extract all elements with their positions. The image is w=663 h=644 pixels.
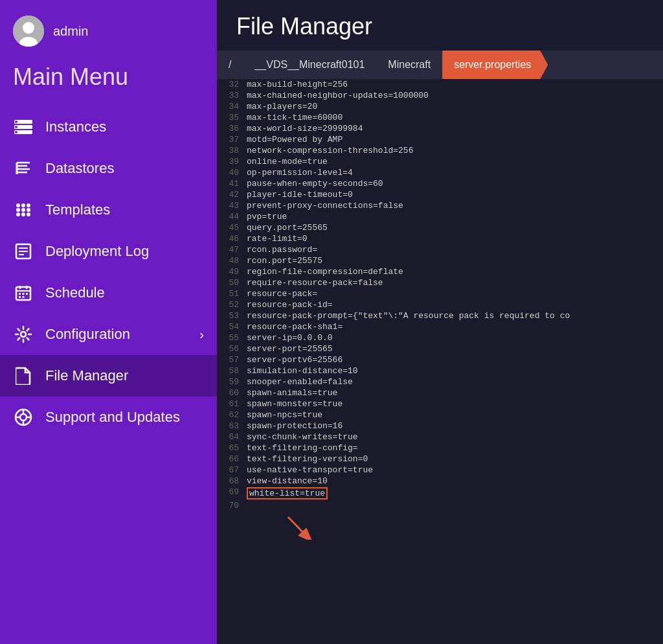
code-line-52: 52resource-pack-id= — [217, 299, 663, 310]
line-number: 63 — [217, 420, 244, 431]
code-line-62: 62spawn-npcs=true — [217, 409, 663, 420]
code-line-54: 54resource-pack-sha1= — [217, 321, 663, 332]
sidebar-item-configuration[interactable]: Configuration › — [0, 314, 217, 355]
line-number: 52 — [217, 299, 244, 310]
avatar — [13, 16, 44, 47]
line-content: server-port=25565 — [244, 343, 663, 354]
line-number: 45 — [217, 222, 244, 233]
breadcrumb-vds[interactable]: __VDS__Minecraft0101 — [243, 51, 376, 79]
line-content: simulation-distance=10 — [244, 365, 663, 376]
code-line-50: 50require-resource-pack=false — [217, 277, 663, 288]
line-content: max-world-size=29999984 — [244, 123, 663, 134]
svg-rect-31 — [19, 293, 21, 295]
line-content: spawn-monsters=true — [244, 398, 663, 409]
line-number: 70 — [217, 500, 244, 511]
line-number: 66 — [217, 454, 244, 465]
code-line-47: 47rcon.password= — [217, 244, 663, 255]
svg-rect-32 — [23, 293, 25, 295]
chevron-right-icon: › — [199, 327, 204, 342]
code-line-51: 51resource-pack= — [217, 288, 663, 299]
svg-rect-34 — [19, 296, 21, 298]
line-number: 36 — [217, 123, 244, 134]
line-content: resource-pack-sha1= — [244, 321, 663, 332]
line-number: 46 — [217, 233, 244, 244]
sidebar-item-instances-label: Instances — [45, 119, 106, 135]
main-content: File Manager / __VDS__Minecraft0101 Mine… — [217, 0, 663, 644]
code-line-45: 45query.port=25565 — [217, 222, 663, 233]
code-lines: 32max-build-height=25633max-chained-neig… — [217, 79, 663, 540]
svg-point-20 — [16, 213, 20, 216]
line-content: resource-pack= — [244, 288, 663, 299]
nav-items: Instances Datastores — [0, 106, 217, 644]
line-content: pvp=true — [244, 211, 663, 222]
line-content: max-tick-time=60000 — [244, 112, 663, 123]
breadcrumb-minecraft[interactable]: Minecraft — [376, 51, 442, 79]
line-number: 55 — [217, 332, 244, 343]
code-line-39: 39online-mode=true — [217, 156, 663, 167]
line-content: prevent-proxy-connections=false — [244, 200, 663, 211]
svg-point-1 — [23, 22, 34, 34]
line-number: 37 — [217, 134, 244, 145]
svg-rect-35 — [23, 296, 25, 298]
code-line-57: 57server-portv6=25566 — [217, 354, 663, 365]
line-content — [244, 500, 663, 501]
sidebar-item-support[interactable]: Support and Updates — [0, 397, 217, 438]
code-line-65: 65text-filtering-config= — [217, 443, 663, 454]
line-number: 39 — [217, 156, 244, 167]
line-content: max-chained-neighbor-updates=1000000 — [244, 90, 663, 101]
line-content: online-mode=true — [244, 156, 663, 167]
sidebar-item-datastores-label: Datastores — [45, 160, 114, 177]
line-content: op-permission-level=4 — [244, 167, 663, 178]
breadcrumb-root[interactable]: / — [217, 51, 243, 79]
line-number: 61 — [217, 398, 244, 409]
file-content[interactable]: 32max-build-height=25633max-chained-neig… — [217, 79, 663, 644]
line-content: spawn-npcs=true — [244, 409, 663, 420]
line-content: text-filtering-config= — [244, 443, 663, 454]
line-number: 57 — [217, 354, 244, 365]
sidebar-item-file-manager-label: File Manager — [45, 367, 128, 384]
line-number: 62 — [217, 409, 244, 420]
configuration-icon — [13, 324, 34, 345]
code-line-32: 32max-build-height=256 — [217, 79, 663, 90]
sidebar-item-schedule[interactable]: Schedule — [0, 272, 217, 314]
line-content: resource-pack-id= — [244, 299, 663, 310]
line-number: 50 — [217, 277, 244, 288]
svg-rect-7 — [15, 126, 17, 128]
line-number: 59 — [217, 376, 244, 387]
sidebar-item-templates-label: Templates — [45, 201, 110, 218]
line-content: rate-limit=0 — [244, 233, 663, 244]
line-content: network-compression-threshold=256 — [244, 145, 663, 156]
code-line-55: 55server-ip=0.0.0.0 — [217, 332, 663, 343]
line-number: 58 — [217, 365, 244, 376]
code-line-60: 60spawn-animals=true — [217, 387, 663, 398]
code-line-42: 42player-idle-timeout=0 — [217, 189, 663, 200]
line-content: region-file-compression=deflate — [244, 266, 663, 277]
code-line-35: 35max-tick-time=60000 — [217, 112, 663, 123]
sidebar-item-datastores[interactable]: Datastores — [0, 148, 217, 189]
datastores-icon — [13, 158, 34, 179]
svg-line-44 — [288, 517, 308, 537]
line-content: rcon.password= — [244, 244, 663, 255]
svg-point-14 — [16, 203, 20, 207]
sidebar-item-deployment-log[interactable]: Deployment Log — [0, 231, 217, 272]
breadcrumb-file[interactable]: server.properties — [442, 51, 548, 79]
sidebar-item-support-label: Support and Updates — [45, 409, 180, 426]
line-number: 49 — [217, 266, 244, 277]
svg-point-15 — [21, 203, 25, 207]
code-line-63: 63spawn-protection=16 — [217, 420, 663, 431]
schedule-icon — [13, 282, 34, 303]
line-number: 32 — [217, 79, 244, 90]
support-icon — [13, 407, 34, 428]
code-line-36: 36max-world-size=29999984 — [217, 123, 663, 134]
line-content: use-native-transport=true — [244, 465, 663, 476]
username-label: admin — [53, 24, 88, 39]
line-number: 43 — [217, 200, 244, 211]
line-content: spawn-animals=true — [244, 387, 663, 398]
sidebar-item-instances[interactable]: Instances — [0, 106, 217, 148]
sidebar-item-schedule-label: Schedule — [45, 284, 105, 301]
line-number: 68 — [217, 476, 244, 487]
line-number: 54 — [217, 321, 244, 332]
line-content: white-list=true — [244, 487, 663, 500]
sidebar-item-file-manager[interactable]: File Manager — [0, 355, 217, 397]
sidebar-item-templates[interactable]: Templates — [0, 189, 217, 231]
